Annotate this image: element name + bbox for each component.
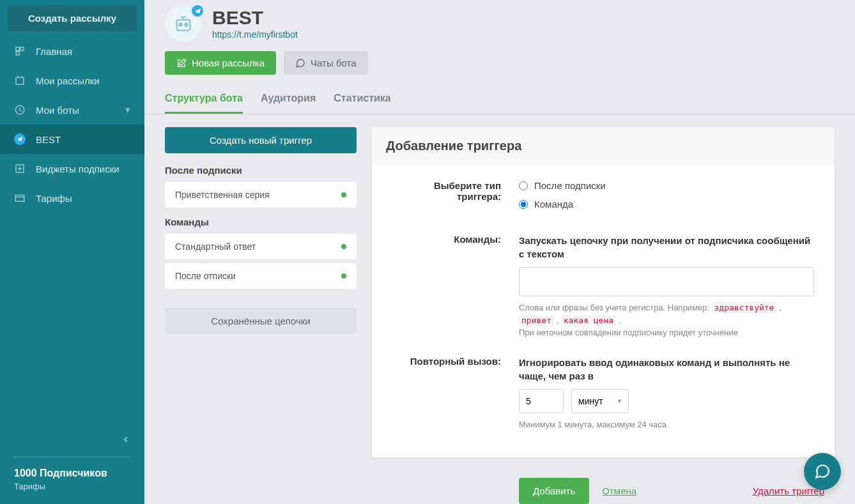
new-broadcast-button[interactable]: Новая рассылка (165, 51, 276, 75)
sidebar-item-widgets[interactable]: Виджеты подписки (0, 154, 144, 183)
tab-structure[interactable]: Структура бота (165, 85, 243, 114)
repeat-label: Повторный вызов: (392, 356, 501, 431)
trigger-item[interactable]: Стандартный ответ (165, 234, 357, 259)
sidebar-item-best[interactable]: BEST (0, 125, 144, 154)
sidebar-item-bots[interactable]: Мои боты ▾ (0, 95, 144, 125)
form-row-repeat: Повторный вызов: Игнорировать ввод одина… (392, 356, 814, 431)
widgets-icon (14, 163, 26, 174)
status-dot (341, 273, 346, 279)
sidebar: Создать рассылку Главная Мои рассылки Мо… (0, 0, 144, 504)
radio-label: После подписки (534, 180, 606, 191)
trigger-label: Приветственная серия (175, 190, 270, 200)
sidebar-footer: 1000 Подписчиков Тарифы (0, 430, 144, 504)
commands-help: Слова или фразы без учета регистра. Напр… (519, 302, 814, 339)
radio-command[interactable]: Команда (519, 199, 814, 210)
radio-input[interactable] (519, 181, 528, 190)
status-dot (341, 192, 346, 197)
chat-icon (295, 58, 305, 68)
collapse-sidebar-button[interactable] (14, 430, 130, 452)
bot-header: BEST https://t.me/myfirstbot (165, 5, 835, 42)
bot-link[interactable]: https://t.me/myfirstbot (212, 29, 298, 40)
example-code: привет (519, 315, 554, 326)
button-label: Новая рассылка (192, 57, 265, 68)
telegram-icon (14, 134, 26, 145)
action-bar: Добавить Отмена Удалить триггер (372, 478, 855, 504)
cancel-link[interactable]: Отмена (602, 485, 636, 496)
commands-input[interactable] (519, 267, 814, 296)
form-row-commands: Команды: Запускать цепочку при получении… (392, 234, 814, 339)
svg-point-9 (185, 23, 188, 26)
sidebar-item-tariffs[interactable]: Тарифы (0, 183, 144, 213)
content: Создать новый триггер После подписки При… (144, 114, 855, 504)
repeat-help: Минимум 1 минута, максимум 24 часа (519, 418, 814, 431)
header: BEST https://t.me/myfirstbot Новая рассы… (144, 0, 855, 85)
commands-label: Команды: (392, 234, 501, 339)
sidebar-item-label: Мои рассылки (36, 75, 100, 86)
create-broadcast-button[interactable]: Создать рассылку (8, 5, 137, 31)
svg-rect-1 (20, 47, 24, 50)
radio-after-sub[interactable]: После подписки (519, 180, 814, 191)
chevron-left-icon (121, 435, 130, 444)
panel-body: Выберите тип триггера: После подписки Ко… (372, 165, 835, 452)
bot-chats-button[interactable]: Чаты бота (284, 51, 367, 75)
chevron-down-icon: ▾ (125, 104, 130, 116)
tab-audience[interactable]: Аудитория (261, 85, 316, 114)
trigger-label: Стандартный ответ (175, 241, 256, 252)
edit-icon (176, 58, 187, 68)
radio-input[interactable] (519, 200, 528, 209)
trigger-panel: Добавление триггера Выберите тип триггер… (372, 127, 835, 457)
sidebar-item-broadcasts[interactable]: Мои рассылки (0, 66, 144, 95)
panel-header: Добавление триггера (372, 127, 835, 165)
header-actions: Новая рассылка Чаты бота (165, 51, 835, 75)
sidebar-item-label: Мои боты (36, 105, 79, 116)
button-label: Чаты бота (311, 57, 356, 68)
repeat-unit-select[interactable]: минут (571, 389, 629, 413)
example-code: какая цена (561, 315, 616, 326)
subscribers-count: 1000 Подписчиков (14, 468, 130, 479)
bot-avatar (165, 5, 202, 42)
type-label: Выберите тип триггера: (392, 180, 501, 217)
main: BEST https://t.me/myfirstbot Новая рассы… (144, 0, 855, 504)
svg-rect-2 (16, 52, 19, 55)
broadcasts-icon (14, 75, 26, 86)
tab-stats[interactable]: Статистика (334, 85, 390, 114)
bot-name: BEST (212, 7, 298, 29)
add-button[interactable]: Добавить (519, 478, 589, 504)
trigger-label: После отписки (175, 271, 236, 281)
radio-label: Команда (534, 199, 573, 210)
sidebar-item-label: Виджеты подписки (36, 164, 119, 174)
status-dot (341, 244, 346, 249)
svg-point-8 (179, 23, 182, 26)
divider (14, 457, 130, 457)
trigger-item[interactable]: После отписки (165, 263, 357, 289)
robot-icon (172, 12, 195, 35)
section-title-commands: Команды (165, 217, 357, 227)
svg-rect-6 (15, 195, 24, 202)
home-icon (14, 45, 26, 57)
saved-chains-button[interactable]: Сохранённые цепочки (165, 308, 357, 334)
triggers-column: Создать новый триггер После подписки При… (165, 127, 357, 504)
bots-icon (14, 104, 26, 116)
sidebar-item-label: Главная (36, 46, 72, 57)
svg-rect-0 (16, 47, 19, 50)
trigger-item[interactable]: Приветственная серия (165, 182, 357, 208)
repeat-desc: Игнорировать ввод одинаковых команд и вы… (519, 356, 814, 383)
tariffs-icon (14, 192, 26, 204)
telegram-badge-icon (190, 4, 204, 18)
sidebar-item-label: Тарифы (36, 193, 72, 204)
tabs: Структура бота Аудитория Статистика (144, 85, 855, 114)
sidebar-item-home[interactable]: Главная (0, 36, 144, 66)
example-code: здравствуйте (712, 302, 777, 313)
svg-rect-3 (16, 78, 24, 85)
support-chat-button[interactable] (804, 453, 841, 490)
sidebar-item-label: BEST (36, 134, 61, 145)
commands-desc: Запускать цепочку при получении от подпи… (519, 234, 814, 261)
tariff-link[interactable]: Тарифы (14, 482, 130, 491)
create-trigger-button[interactable]: Создать новый триггер (165, 127, 357, 153)
panel-title: Добавление триггера (386, 139, 820, 153)
section-title-after-sub: После подписки (165, 165, 357, 176)
chat-bubble-icon (814, 463, 831, 480)
repeat-value-input[interactable] (519, 389, 564, 413)
form-row-type: Выберите тип триггера: После подписки Ко… (392, 180, 814, 217)
